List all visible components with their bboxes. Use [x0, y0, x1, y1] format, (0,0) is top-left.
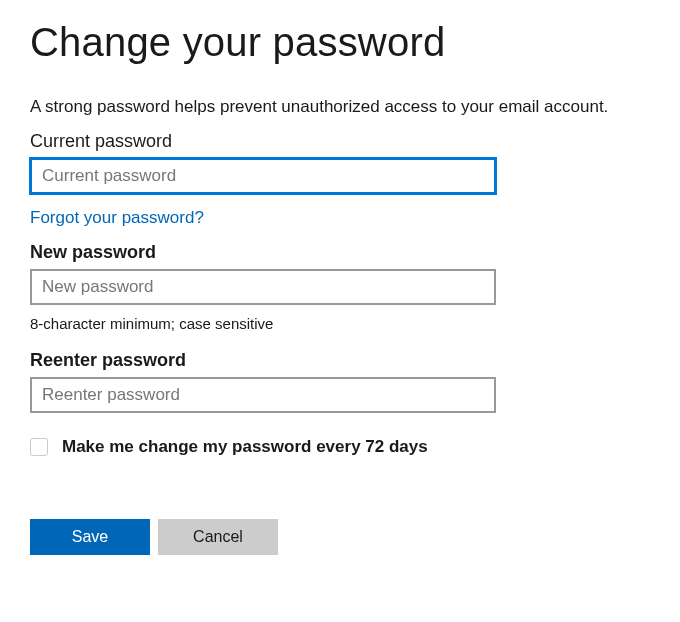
new-password-group: New password: [30, 242, 650, 305]
new-password-input[interactable]: [30, 269, 496, 305]
new-password-label: New password: [30, 242, 650, 263]
button-row: Save Cancel: [30, 519, 650, 555]
reenter-password-input[interactable]: [30, 377, 496, 413]
forgot-password-link[interactable]: Forgot your password?: [30, 208, 204, 228]
reenter-password-group: Reenter password: [30, 350, 650, 413]
checkbox-label: Make me change my password every 72 days: [62, 437, 428, 457]
cancel-button[interactable]: Cancel: [158, 519, 278, 555]
checkbox-row: Make me change my password every 72 days: [30, 437, 650, 457]
password-hint: 8-character minimum; case sensitive: [30, 315, 650, 332]
reenter-password-label: Reenter password: [30, 350, 650, 371]
current-password-label: Current password: [30, 131, 650, 152]
page-title: Change your password: [30, 20, 650, 65]
change-every-72-days-checkbox[interactable]: [30, 438, 48, 456]
current-password-group: Current password: [30, 131, 650, 194]
save-button[interactable]: Save: [30, 519, 150, 555]
current-password-input[interactable]: [30, 158, 496, 194]
page-description: A strong password helps prevent unauthor…: [30, 97, 650, 117]
